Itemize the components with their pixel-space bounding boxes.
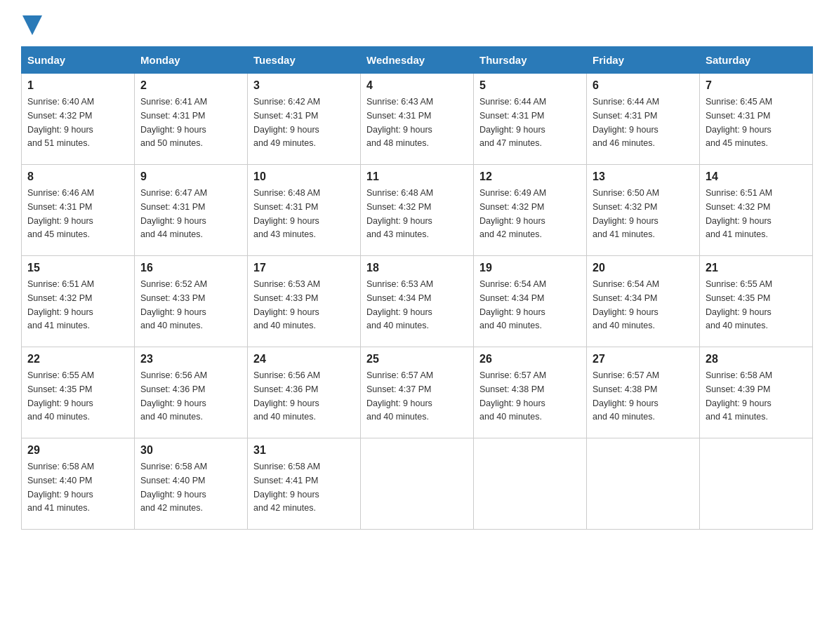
header-friday: Friday bbox=[587, 47, 700, 74]
day-info: Sunrise: 6:57 AMSunset: 4:38 PMDaylight:… bbox=[479, 370, 546, 422]
header-saturday: Saturday bbox=[700, 47, 813, 74]
calendar-header-row: SundayMondayTuesdayWednesdayThursdayFrid… bbox=[22, 47, 813, 74]
week-row-5: 29 Sunrise: 6:58 AMSunset: 4:40 PMDaylig… bbox=[22, 438, 813, 530]
day-number: 8 bbox=[27, 170, 128, 183]
day-info: Sunrise: 6:56 AMSunset: 4:36 PMDaylight:… bbox=[140, 370, 207, 422]
day-number: 25 bbox=[366, 353, 468, 365]
day-info: Sunrise: 6:54 AMSunset: 4:34 PMDaylight:… bbox=[479, 279, 546, 330]
calendar-cell: 7 Sunrise: 6:45 AMSunset: 4:31 PMDayligh… bbox=[700, 74, 813, 165]
day-info: Sunrise: 6:43 AMSunset: 4:31 PMDaylight:… bbox=[366, 97, 433, 148]
day-number: 6 bbox=[593, 79, 694, 92]
day-info: Sunrise: 6:54 AMSunset: 4:34 PMDaylight:… bbox=[593, 279, 659, 330]
day-info: Sunrise: 6:48 AMSunset: 4:31 PMDaylight:… bbox=[253, 188, 320, 239]
day-info: Sunrise: 6:57 AMSunset: 4:37 PMDaylight:… bbox=[366, 370, 433, 422]
day-number: 21 bbox=[706, 262, 807, 274]
day-info: Sunrise: 6:58 AMSunset: 4:40 PMDaylight:… bbox=[140, 462, 207, 513]
calendar-cell: 25 Sunrise: 6:57 AMSunset: 4:37 PMDaylig… bbox=[361, 347, 474, 438]
logo-line1 bbox=[21, 14, 42, 35]
calendar-cell: 1 Sunrise: 6:40 AMSunset: 4:32 PMDayligh… bbox=[22, 74, 135, 165]
day-number: 10 bbox=[253, 170, 355, 183]
calendar-cell: 14 Sunrise: 6:51 AMSunset: 4:32 PMDaylig… bbox=[700, 165, 813, 256]
calendar-cell bbox=[587, 438, 700, 530]
day-info: Sunrise: 6:42 AMSunset: 4:31 PMDaylight:… bbox=[253, 97, 320, 148]
calendar-cell: 27 Sunrise: 6:57 AMSunset: 4:38 PMDaylig… bbox=[587, 347, 700, 438]
calendar-cell: 18 Sunrise: 6:53 AMSunset: 4:34 PMDaylig… bbox=[361, 256, 474, 347]
day-number: 29 bbox=[27, 444, 128, 457]
calendar-cell bbox=[361, 438, 474, 530]
day-number: 1 bbox=[27, 79, 128, 92]
day-number: 18 bbox=[366, 262, 468, 274]
day-number: 19 bbox=[479, 262, 581, 274]
calendar-cell: 26 Sunrise: 6:57 AMSunset: 4:38 PMDaylig… bbox=[474, 347, 587, 438]
calendar-cell: 6 Sunrise: 6:44 AMSunset: 4:31 PMDayligh… bbox=[587, 74, 700, 165]
day-info: Sunrise: 6:57 AMSunset: 4:38 PMDaylight:… bbox=[593, 370, 659, 422]
calendar-table: SundayMondayTuesdayWednesdayThursdayFrid… bbox=[21, 46, 813, 530]
day-number: 11 bbox=[366, 170, 468, 183]
calendar-cell: 19 Sunrise: 6:54 AMSunset: 4:34 PMDaylig… bbox=[474, 256, 587, 347]
day-number: 3 bbox=[253, 79, 355, 92]
day-info: Sunrise: 6:58 AMSunset: 4:40 PMDaylight:… bbox=[27, 462, 94, 513]
day-info: Sunrise: 6:58 AMSunset: 4:39 PMDaylight:… bbox=[706, 370, 772, 422]
calendar-cell: 12 Sunrise: 6:49 AMSunset: 4:32 PMDaylig… bbox=[474, 165, 587, 256]
day-number: 17 bbox=[253, 262, 355, 274]
day-number: 13 bbox=[593, 170, 694, 183]
day-number: 15 bbox=[27, 262, 128, 274]
day-info: Sunrise: 6:40 AMSunset: 4:32 PMDaylight:… bbox=[27, 97, 94, 148]
calendar-cell: 3 Sunrise: 6:42 AMSunset: 4:31 PMDayligh… bbox=[248, 74, 361, 165]
day-info: Sunrise: 6:53 AMSunset: 4:33 PMDaylight:… bbox=[253, 279, 320, 330]
day-info: Sunrise: 6:55 AMSunset: 4:35 PMDaylight:… bbox=[27, 370, 94, 422]
calendar-cell: 24 Sunrise: 6:56 AMSunset: 4:36 PMDaylig… bbox=[248, 347, 361, 438]
day-number: 23 bbox=[140, 353, 241, 365]
calendar-cell: 28 Sunrise: 6:58 AMSunset: 4:39 PMDaylig… bbox=[700, 347, 813, 438]
day-info: Sunrise: 6:48 AMSunset: 4:32 PMDaylight:… bbox=[366, 188, 433, 239]
day-info: Sunrise: 6:53 AMSunset: 4:34 PMDaylight:… bbox=[366, 279, 433, 330]
day-info: Sunrise: 6:49 AMSunset: 4:32 PMDaylight:… bbox=[479, 188, 546, 239]
day-number: 4 bbox=[366, 79, 468, 92]
header-sunday: Sunday bbox=[22, 47, 135, 74]
day-number: 5 bbox=[479, 79, 581, 92]
day-info: Sunrise: 6:44 AMSunset: 4:31 PMDaylight:… bbox=[479, 97, 546, 148]
day-number: 16 bbox=[140, 262, 241, 274]
logo-triangle-icon bbox=[22, 15, 42, 35]
calendar-cell: 30 Sunrise: 6:58 AMSunset: 4:40 PMDaylig… bbox=[135, 438, 248, 530]
calendar-cell: 10 Sunrise: 6:48 AMSunset: 4:31 PMDaylig… bbox=[248, 165, 361, 256]
day-info: Sunrise: 6:46 AMSunset: 4:31 PMDaylight:… bbox=[27, 188, 94, 239]
day-number: 27 bbox=[593, 353, 694, 365]
week-row-4: 22 Sunrise: 6:55 AMSunset: 4:35 PMDaylig… bbox=[22, 347, 813, 438]
header-thursday: Thursday bbox=[474, 47, 587, 74]
day-number: 14 bbox=[706, 170, 807, 183]
calendar-cell: 11 Sunrise: 6:48 AMSunset: 4:32 PMDaylig… bbox=[361, 165, 474, 256]
calendar-cell: 2 Sunrise: 6:41 AMSunset: 4:31 PMDayligh… bbox=[135, 74, 248, 165]
day-info: Sunrise: 6:52 AMSunset: 4:33 PMDaylight:… bbox=[140, 279, 207, 330]
calendar-cell: 20 Sunrise: 6:54 AMSunset: 4:34 PMDaylig… bbox=[587, 256, 700, 347]
day-number: 30 bbox=[140, 444, 241, 457]
day-info: Sunrise: 6:56 AMSunset: 4:36 PMDaylight:… bbox=[253, 370, 320, 422]
calendar-cell: 16 Sunrise: 6:52 AMSunset: 4:33 PMDaylig… bbox=[135, 256, 248, 347]
day-info: Sunrise: 6:51 AMSunset: 4:32 PMDaylight:… bbox=[27, 279, 94, 330]
calendar-cell: 13 Sunrise: 6:50 AMSunset: 4:32 PMDaylig… bbox=[587, 165, 700, 256]
day-number: 2 bbox=[140, 79, 241, 92]
calendar-cell: 22 Sunrise: 6:55 AMSunset: 4:35 PMDaylig… bbox=[22, 347, 135, 438]
calendar-cell bbox=[700, 438, 813, 530]
calendar-cell: 8 Sunrise: 6:46 AMSunset: 4:31 PMDayligh… bbox=[22, 165, 135, 256]
calendar-cell: 5 Sunrise: 6:44 AMSunset: 4:31 PMDayligh… bbox=[474, 74, 587, 165]
header-monday: Monday bbox=[135, 47, 248, 74]
calendar-cell: 29 Sunrise: 6:58 AMSunset: 4:40 PMDaylig… bbox=[22, 438, 135, 530]
day-info: Sunrise: 6:51 AMSunset: 4:32 PMDaylight:… bbox=[706, 188, 772, 239]
day-info: Sunrise: 6:44 AMSunset: 4:31 PMDaylight:… bbox=[593, 97, 659, 148]
calendar-cell: 21 Sunrise: 6:55 AMSunset: 4:35 PMDaylig… bbox=[700, 256, 813, 347]
day-number: 31 bbox=[253, 444, 355, 457]
week-row-3: 15 Sunrise: 6:51 AMSunset: 4:32 PMDaylig… bbox=[22, 256, 813, 347]
calendar-cell: 15 Sunrise: 6:51 AMSunset: 4:32 PMDaylig… bbox=[22, 256, 135, 347]
calendar-cell: 9 Sunrise: 6:47 AMSunset: 4:31 PMDayligh… bbox=[135, 165, 248, 256]
day-info: Sunrise: 6:55 AMSunset: 4:35 PMDaylight:… bbox=[706, 279, 772, 330]
day-number: 28 bbox=[706, 353, 807, 365]
svg-marker-0 bbox=[22, 15, 42, 35]
header-tuesday: Tuesday bbox=[248, 47, 361, 74]
week-row-2: 8 Sunrise: 6:46 AMSunset: 4:31 PMDayligh… bbox=[22, 165, 813, 256]
day-info: Sunrise: 6:41 AMSunset: 4:31 PMDaylight:… bbox=[140, 97, 207, 148]
day-number: 20 bbox=[593, 262, 694, 274]
calendar-cell: 17 Sunrise: 6:53 AMSunset: 4:33 PMDaylig… bbox=[248, 256, 361, 347]
day-info: Sunrise: 6:45 AMSunset: 4:31 PMDaylight:… bbox=[706, 97, 772, 148]
day-number: 12 bbox=[479, 170, 581, 183]
